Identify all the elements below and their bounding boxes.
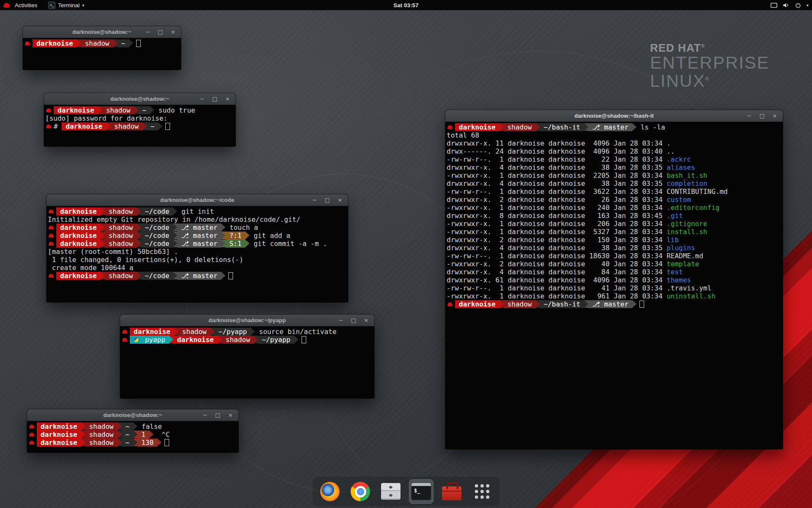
terminal-line: darknoiseshadow~/code⎇ master touch a	[48, 224, 348, 232]
window-titlebar[interactable]: darknoise@shadow:~/pyapp−□×	[120, 315, 374, 326]
minimize-button[interactable]: −	[145, 29, 151, 35]
terminal-line: drwxrwxr-x. 8 darknoise darknoise 163 Ja…	[447, 212, 783, 220]
terminal-line: darknoiseshadow~/code⎇ master	[48, 272, 348, 280]
powerline-arrow-icon	[218, 336, 222, 343]
redhat-prompt-icon	[46, 124, 51, 128]
dock-item-toolbox[interactable]	[439, 479, 464, 504]
maximize-button[interactable]: □	[351, 317, 357, 323]
terminal-text: uninstall.sh	[667, 292, 716, 300]
dock-item-firefox[interactable]	[318, 479, 342, 504]
maximize-button[interactable]: □	[324, 197, 330, 203]
terminal-line: -rw-rw-r--. 1 darknoise darknoise 3622 J…	[447, 188, 783, 196]
minimize-button[interactable]: −	[338, 317, 344, 323]
prompt-segment: ⎇ master	[177, 224, 221, 232]
dock-item-chrome[interactable]	[348, 479, 373, 504]
terminal-body[interactable]: darknoiseshadow~ sudo true[sudo] passwor…	[44, 105, 236, 146]
terminal-body[interactable]: darknoiseshadow~	[23, 38, 181, 70]
terminal-text: sudo true	[154, 106, 195, 114]
window-titlebar[interactable]: darknoise@shadow:~−□×	[44, 93, 236, 105]
maximize-button[interactable]: □	[212, 96, 218, 102]
prompt-segment: ~/code	[141, 232, 173, 240]
powerline-arrow-icon	[158, 122, 162, 130]
terminal-line: 1 file changed, 0 insertions(+), 0 delet…	[48, 256, 348, 264]
terminal-line: -rw-rw-r--. 1 darknoise darknoise 22 Jan…	[447, 155, 783, 163]
powerline-arrow-icon	[81, 422, 85, 430]
powerline-arrow-icon	[251, 328, 255, 335]
window-title: darknoise@shadow:~/pyapp	[208, 317, 286, 323]
close-button[interactable]: ×	[337, 197, 343, 203]
activities-button[interactable]: Activities	[13, 2, 39, 8]
window-titlebar[interactable]: darknoise@shadow:~/bash-it−□×	[445, 110, 783, 122]
power-icon	[795, 3, 801, 8]
minimize-button[interactable]: −	[312, 197, 318, 203]
app-menu-label: Terminal	[58, 2, 80, 8]
terminal-text: .travis.yml	[667, 284, 711, 292]
terminal-body[interactable]: darknoiseshadow~ falsedarknoiseshadow~1 …	[27, 421, 239, 453]
chevron-down-icon: ▾	[82, 3, 84, 8]
powerline-arrow-icon	[133, 431, 137, 438]
close-button[interactable]: ×	[225, 96, 230, 102]
terminal-text: drwx------. 24 darknoise darknoise 4096 …	[447, 147, 667, 155]
minimize-button[interactable]: −	[202, 412, 208, 418]
close-button[interactable]: ×	[363, 317, 369, 323]
terminal-text: touch a	[225, 224, 258, 232]
close-button[interactable]: ×	[772, 113, 778, 119]
terminal-line: drwxrwxr-x. 4 darknoise darknoise 84 Jan…	[447, 268, 783, 276]
window-titlebar[interactable]: darknoise@shadow:~/code−□×	[47, 194, 348, 206]
terminal-text: .ackrc	[667, 155, 691, 163]
powerline-arrow-icon	[536, 123, 540, 131]
powerline-arrow-icon	[101, 240, 105, 247]
window-titlebar[interactable]: darknoise@shadow:~−□×	[23, 26, 181, 38]
top-bar: Activities >_ Terminal ▾ Sat 03:57 ▾	[0, 0, 812, 10]
prompt-segment: darknoise	[37, 431, 81, 439]
terminal-line: darknoiseshadow~/pyapp source bin/activa…	[121, 328, 374, 336]
powerline-arrow-icon	[129, 39, 133, 47]
clock[interactable]: Sat 03:57	[393, 2, 418, 8]
terminal-text: .	[667, 139, 671, 147]
desktop[interactable]: RED HAT® ENTERPRISE LINUX® darknoise@sha…	[0, 0, 812, 508]
prompt-segment: shadow	[105, 272, 137, 280]
system-status-area[interactable]: ▾	[771, 0, 809, 10]
app-menu[interactable]: >_ Terminal ▾	[48, 2, 84, 9]
close-button[interactable]: ×	[170, 29, 176, 35]
window-controls: −□×	[312, 194, 343, 206]
powerline-arrow-icon	[150, 106, 154, 114]
terminal-line: total 68	[447, 131, 783, 139]
terminal-text: .gitignore	[667, 220, 707, 228]
terminal-cursor	[165, 439, 169, 446]
terminal-text: lib	[667, 236, 679, 244]
dock-item-terminal[interactable]: $_	[409, 479, 433, 504]
terminal-text: custom	[667, 196, 691, 204]
redhat-prompt-icon	[25, 41, 30, 45]
terminal-line: darknoiseshadow~/code⎇ master?:1 git add…	[48, 232, 348, 240]
terminal-body[interactable]: darknoiseshadow~/pyapp source bin/activa…	[120, 326, 374, 398]
powerline-arrow-icon	[584, 123, 588, 131]
maximize-button[interactable]: □	[215, 412, 221, 418]
prompt-segment: ~	[118, 39, 129, 47]
dock-item-files[interactable]	[379, 479, 403, 504]
minimize-button[interactable]: −	[199, 96, 205, 102]
powerline-arrow-icon	[137, 272, 141, 279]
window-title: darknoise@shadow:~	[72, 29, 132, 35]
terminal-text: drwxrwxr-x. 4 darknoise darknoise 38 Jan…	[447, 179, 667, 188]
redhat-prompt-icon	[49, 274, 54, 278]
close-button[interactable]: ×	[228, 412, 233, 418]
terminal-line: -rwxrwxr-x. 1 darknoise darknoise 240 Ja…	[447, 204, 783, 212]
dock-item-app-grid[interactable]	[470, 479, 494, 504]
prompt-segment: shadow	[85, 431, 118, 439]
terminal-body[interactable]: darknoiseshadow~/bash-it⎇ master ls -lat…	[445, 122, 783, 449]
prompt-segment: darknoise	[33, 39, 77, 47]
chevron-down-icon: ▾	[807, 3, 809, 8]
terminal-text: git add a	[250, 232, 290, 240]
minimize-button[interactable]: −	[746, 113, 752, 119]
maximize-button[interactable]: □	[759, 113, 765, 119]
window-controls: −□×	[199, 93, 230, 105]
terminal-body[interactable]: darknoiseshadow~/code git initInitialize…	[47, 206, 348, 302]
window-titlebar[interactable]: darknoise@shadow:~−□×	[27, 409, 239, 421]
maximize-button[interactable]: □	[157, 29, 163, 35]
powerline-arrow-icon	[221, 272, 225, 279]
terminal-line: darknoiseshadow~/bash-it⎇ master	[447, 300, 783, 308]
toolbox-icon-lid	[442, 491, 461, 491]
terminal-text: -rwxrwxr-x. 1 darknoise darknoise 2205 J…	[447, 171, 667, 179]
terminal-text: -rw-rw-r--. 1 darknoise darknoise 18630 …	[447, 252, 667, 260]
